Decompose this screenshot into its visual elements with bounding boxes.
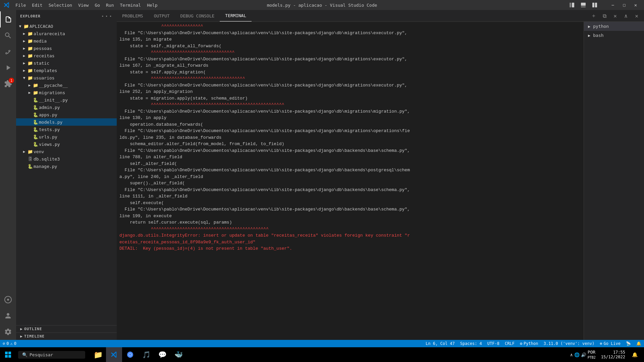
terminal-line: state = migration.apply(state, schema_ed… [119, 95, 581, 102]
sidebar: EXPLORER ··· ▼ 📁 APLICACAO ▶ 📁 alurarece… [16, 10, 117, 340]
tree-file-icon: 📁 [27, 31, 34, 36]
tab-debug-console[interactable]: DEBUG CONSOLE [175, 10, 220, 21]
notifications-button[interactable]: 🔔 [628, 347, 641, 362]
terminal-content[interactable]: ^^^^^^^^^^^^^^^^ File "C:\Users\pablo\On… [117, 22, 584, 340]
main-area: 1 EXPLORER ··· ▼ [0, 10, 644, 340]
status-language[interactable]: ⚙ Python [517, 340, 541, 347]
status-ln-col[interactable]: Ln 6, Col 47 [423, 340, 458, 347]
language-icon: ⚙ [520, 341, 522, 346]
tree-item-manage-py[interactable]: 🐍 manage.py [16, 163, 117, 170]
taskbar-app-explorer[interactable]: 📁 [90, 347, 106, 362]
multi-layout-icon[interactable] [590, 0, 600, 10]
tree-item-pessoas[interactable]: ▶ 📁 pessoas [16, 45, 117, 52]
tab-output[interactable]: OUTPUT [149, 10, 175, 21]
tree-file-icon: 🐍 [32, 98, 39, 103]
menu-file[interactable]: File [13, 2, 29, 9]
tab-terminal[interactable]: TERMINAL [220, 10, 252, 21]
taskbar-app-vscode[interactable] [106, 347, 122, 362]
terminal-bash-label: bash [593, 33, 603, 38]
run-activity-icon[interactable] [0, 60, 16, 76]
menu-run[interactable]: Run [103, 2, 116, 9]
tree-label: migrations [39, 90, 65, 95]
maximize-panel-button[interactable]: ∧ [621, 11, 631, 20]
tree-item-apps-py[interactable]: 🐍 apps.py [16, 111, 117, 118]
menu-edit[interactable]: Edit [29, 2, 45, 9]
tree-item-views-py[interactable]: 🐍 views.py [16, 140, 117, 148]
terminal-line: File "C:\Users\pablo\OneDrive\Documentos… [119, 167, 581, 174]
accounts-activity-icon[interactable] [0, 308, 16, 324]
minimize-button[interactable]: − [608, 0, 618, 10]
tree-item---init---py[interactable]: 🐍 __init__.py [16, 96, 117, 104]
terminal-line: ^^^^^^^^^^^^^^^^^^^^^^^^^^^^^^^^^^^^^^^^… [119, 102, 581, 108]
status-encoding[interactable]: UTF-8 [485, 340, 502, 347]
tree-item---pycache--[interactable]: ▶ 📁 __pycache__ [16, 81, 117, 89]
tree-item-admin-py[interactable]: 🐍 admin.py [16, 104, 117, 111]
terminal-line: state = self.apply_migration( [119, 69, 581, 76]
tree-item-venv[interactable]: ▶ 📁 venv [16, 148, 117, 155]
tree-item-alurareceita[interactable]: ▶ 📁 alurareceita [16, 30, 117, 37]
explorer-activity-icon[interactable] [0, 11, 16, 27]
new-terminal-button[interactable]: ＋ [589, 11, 598, 20]
sidebar-more-actions[interactable]: ··· [101, 13, 113, 20]
status-python-version[interactable]: 3.11.0 ('venv': venv) [541, 340, 597, 347]
tree-item-templates[interactable]: ▶ 📁 templates [16, 67, 117, 74]
status-notification[interactable]: 🔔 [634, 340, 644, 347]
extensions-activity-icon[interactable]: 1 [0, 76, 16, 92]
settings-activity-icon[interactable] [0, 324, 16, 340]
broadcast-icon: 📡 [626, 341, 631, 346]
search-activity-icon[interactable] [0, 27, 16, 44]
taskbar-app-chrome[interactable] [122, 347, 138, 362]
terminal-line: a.py", line 246, in _alter_field [119, 174, 581, 180]
menu-selection[interactable]: Selection [46, 2, 75, 9]
timeline-header[interactable]: ▶ TIMELINE [16, 333, 117, 340]
tab-problems[interactable]: PROBLEMS [117, 10, 149, 21]
split-terminal-button[interactable]: ⧉ [600, 11, 609, 20]
close-button[interactable]: ✕ [631, 0, 641, 10]
menu-view[interactable]: View [75, 2, 91, 9]
terminal-python[interactable]: ▶ python [584, 22, 644, 31]
status-spaces[interactable]: Spaces: 4 [458, 340, 485, 347]
tree-label: venv [34, 149, 44, 154]
source-control-activity-icon[interactable] [0, 44, 16, 60]
close-panel-button[interactable]: ✕ [632, 11, 641, 20]
status-errors[interactable]: ⊘ 0 ⚠ 0 [0, 340, 19, 347]
taskbar-app-whatsapp[interactable]: 💬 [154, 347, 170, 362]
outline-header[interactable]: ▶ OUTLINE [16, 325, 117, 333]
menu-help[interactable]: Help [144, 2, 160, 9]
tree-arrow-icon: ▶ [21, 61, 27, 65]
tree-item-tests-py[interactable]: 🐍 tests.py [16, 126, 117, 133]
tree-item-urls-py[interactable]: 🐍 urls.py [16, 133, 117, 140]
taskbar-app-spotify[interactable]: 🎵 [138, 347, 154, 362]
outline-arrow-icon: ▶ [19, 327, 24, 331]
kill-terminal-button[interactable]: ✕ [610, 11, 620, 20]
taskbar-search[interactable]: 🔍 Pesquisar [18, 351, 85, 359]
maximize-button[interactable]: □ [619, 0, 629, 10]
status-broadcast[interactable]: 📡 [623, 340, 634, 347]
tree-root-aplicacao[interactable]: ▼ 📁 APLICACAO [16, 22, 117, 30]
taskbar-datetime[interactable]: 17:55 15/12/2022 [598, 350, 628, 359]
tree-label: urls.py [39, 134, 57, 139]
start-button[interactable] [0, 347, 16, 362]
tree-item-db-sqlite3[interactable]: 🗄 db.sqlite3 [16, 155, 117, 163]
file-tree: ▼ 📁 APLICACAO ▶ 📁 alurareceita ▶ 📁 media… [16, 22, 117, 325]
chevron-icon[interactable]: ∧ [570, 352, 573, 357]
tree-item-models-py[interactable]: 🐍 models.py [16, 118, 117, 126]
menu-go[interactable]: Go [92, 2, 103, 9]
statusbar-left: ⊘ 0 ⚠ 0 [0, 340, 19, 347]
volume-icon[interactable]: 🔊 [581, 352, 586, 357]
taskbar-app-docker[interactable]: 🐳 [170, 347, 186, 362]
tree-item-media[interactable]: ▶ 📁 media [16, 37, 117, 45]
tree-item-migrations[interactable]: ▶ 📁 migrations [16, 89, 117, 96]
menu-terminal[interactable]: Terminal [117, 2, 144, 9]
remote-activity-icon[interactable] [0, 292, 16, 308]
sidebar-layout-icon[interactable] [567, 0, 577, 10]
tree-item-receitas[interactable]: ▶ 📁 receitas [16, 52, 117, 59]
panel-layout-icon[interactable] [578, 0, 588, 10]
status-golive[interactable]: ⊕ Go Live [597, 340, 623, 347]
network-icon[interactable]: 🌐 [574, 352, 580, 357]
terminal-bash[interactable]: ▶ bash [584, 31, 644, 40]
tree-item-usuarios[interactable]: ▼ 📁 usuarios [16, 74, 117, 81]
tree-item-static[interactable]: ▶ 📁 static [16, 59, 117, 67]
status-line-ending[interactable]: CRLF [502, 340, 517, 347]
tree-arrow-icon: ▶ [21, 46, 27, 51]
